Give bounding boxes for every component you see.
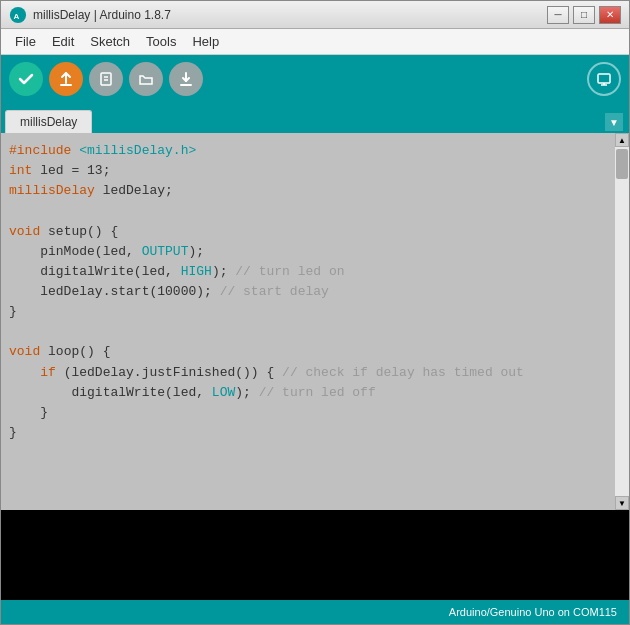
code-line-5: void setup() { bbox=[9, 222, 607, 242]
menu-tools[interactable]: Tools bbox=[138, 31, 184, 52]
code-editor[interactable]: #include <millisDelay.h> int led = 13; m… bbox=[1, 133, 615, 510]
arduino-logo: A bbox=[9, 6, 27, 24]
vertical-scrollbar: ▲ ▼ bbox=[615, 133, 629, 510]
serial-monitor-button[interactable] bbox=[587, 62, 621, 96]
menu-help[interactable]: Help bbox=[184, 31, 227, 52]
code-line-10 bbox=[9, 322, 607, 342]
maximize-button[interactable]: □ bbox=[573, 6, 595, 24]
console-area bbox=[1, 510, 629, 600]
svg-rect-7 bbox=[598, 74, 610, 83]
checkmark-icon bbox=[17, 70, 35, 88]
scroll-track[interactable] bbox=[615, 147, 629, 496]
code-line-14: } bbox=[9, 403, 607, 423]
title-bar: A millisDelay | Arduino 1.8.7 ─ □ ✕ bbox=[1, 1, 629, 29]
minimize-button[interactable]: ─ bbox=[547, 6, 569, 24]
code-line-15: } bbox=[9, 423, 607, 443]
scroll-thumb[interactable] bbox=[616, 149, 628, 179]
code-line-4 bbox=[9, 201, 607, 221]
code-line-1: #include <millisDelay.h> bbox=[9, 141, 607, 161]
code-line-8: ledDelay.start(10000); // start delay bbox=[9, 282, 607, 302]
upload-button[interactable] bbox=[49, 62, 83, 96]
menu-bar: File Edit Sketch Tools Help bbox=[1, 29, 629, 55]
save-button[interactable] bbox=[169, 62, 203, 96]
code-line-3: millisDelay ledDelay; bbox=[9, 181, 607, 201]
scroll-up-arrow[interactable]: ▲ bbox=[615, 133, 629, 147]
window-title: millisDelay | Arduino 1.8.7 bbox=[33, 8, 547, 22]
new-file-icon bbox=[97, 70, 115, 88]
menu-sketch[interactable]: Sketch bbox=[82, 31, 138, 52]
open-button[interactable] bbox=[129, 62, 163, 96]
code-line-11: void loop() { bbox=[9, 342, 607, 362]
folder-icon bbox=[137, 70, 155, 88]
verify-button[interactable] bbox=[9, 62, 43, 96]
svg-text:A: A bbox=[14, 11, 20, 20]
code-line-6: pinMode(led, OUTPUT); bbox=[9, 242, 607, 262]
menu-edit[interactable]: Edit bbox=[44, 31, 82, 52]
editor-area: millisDelay ▼ #include <millisDelay.h> i… bbox=[1, 103, 629, 510]
tab-dropdown-button[interactable]: ▼ bbox=[605, 113, 623, 131]
toolbar bbox=[1, 55, 629, 103]
close-button[interactable]: ✕ bbox=[599, 6, 621, 24]
new-button[interactable] bbox=[89, 62, 123, 96]
code-line-9: } bbox=[9, 302, 607, 322]
code-line-7: digitalWrite(led, HIGH); // turn led on bbox=[9, 262, 607, 282]
window-controls: ─ □ ✕ bbox=[547, 6, 621, 24]
menu-file[interactable]: File bbox=[7, 31, 44, 52]
tab-bar: millisDelay ▼ bbox=[1, 103, 629, 133]
editor-body: #include <millisDelay.h> int led = 13; m… bbox=[1, 133, 629, 510]
upload-icon bbox=[57, 70, 75, 88]
code-line-12: if (ledDelay.justFinished()) { // check … bbox=[9, 363, 607, 383]
tab-label: millisDelay bbox=[20, 115, 77, 129]
main-window: A millisDelay | Arduino 1.8.7 ─ □ ✕ File… bbox=[0, 0, 630, 625]
status-bar: Arduino/Genuino Uno on COM115 bbox=[1, 600, 629, 624]
serial-icon bbox=[595, 70, 613, 88]
code-line-2: int led = 13; bbox=[9, 161, 607, 181]
svg-rect-3 bbox=[101, 73, 111, 85]
save-icon bbox=[177, 70, 195, 88]
tab-millisdelay[interactable]: millisDelay bbox=[5, 110, 92, 133]
scroll-down-arrow[interactable]: ▼ bbox=[615, 496, 629, 510]
status-text: Arduino/Genuino Uno on COM115 bbox=[449, 606, 617, 618]
code-line-13: digitalWrite(led, LOW); // turn led off bbox=[9, 383, 607, 403]
